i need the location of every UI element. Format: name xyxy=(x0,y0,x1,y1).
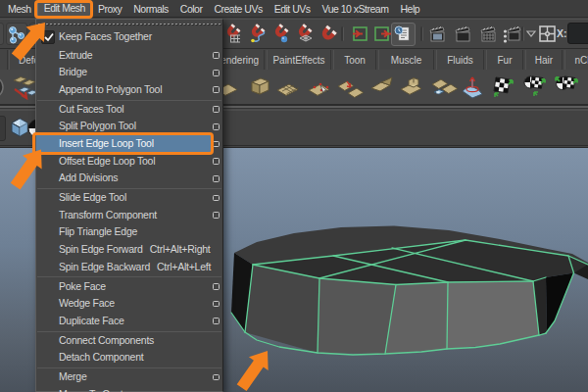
menu-item-label: Flip Triangle Edge xyxy=(59,225,137,237)
menu-item-slide-edge-tool[interactable]: Slide Edge Tool xyxy=(36,189,222,207)
goal-flag-icon[interactable] xyxy=(492,73,519,102)
snap-curve-icon[interactable] xyxy=(247,24,268,44)
menu-item-label: Split Polygon Tool xyxy=(59,120,136,131)
option-box[interactable] xyxy=(213,52,220,59)
make-live-icon[interactable] xyxy=(318,24,338,44)
coord-x-input[interactable] xyxy=(567,23,588,44)
poly-cube-icon[interactable] xyxy=(245,73,272,102)
menu-item-spin-edge-forward[interactable]: Spin Edge ForwardCtrl+Alt+Right xyxy=(36,241,222,259)
poly-extrude-icon[interactable] xyxy=(399,73,426,102)
checkmark-icon xyxy=(41,30,55,44)
render-wire-icon[interactable] xyxy=(478,24,499,44)
menu-item-wedge-face[interactable]: Wedge Face xyxy=(36,295,222,313)
shelf-tab-fur[interactable]: Fur xyxy=(486,50,523,71)
option-box[interactable] xyxy=(213,158,220,165)
menu-item-poke-face[interactable]: Poke Face xyxy=(36,278,222,296)
menubar-item-color[interactable]: Color xyxy=(174,0,209,18)
status-button-fragment[interactable] xyxy=(0,23,4,45)
menu-item-label: Extrude xyxy=(59,49,92,61)
menu-item-duplicate-face[interactable]: Duplicate Face xyxy=(36,313,222,330)
option-box[interactable] xyxy=(213,70,220,76)
poly-fold-icon[interactable] xyxy=(368,73,396,102)
render-frame-icon[interactable] xyxy=(427,24,448,44)
hierarchy-select-icon xyxy=(7,24,26,44)
poly-vertex-icon[interactable] xyxy=(307,73,334,102)
selection-mask-icon[interactable] xyxy=(537,24,558,44)
shelf-tab-muscle[interactable]: Muscle xyxy=(378,50,434,71)
option-box[interactable] xyxy=(213,106,220,113)
shelf-tab-painteffects[interactable]: PaintEffects xyxy=(267,50,331,71)
menu-item-append-to-polygon-tool[interactable]: Append to Polygon Tool xyxy=(36,81,222,99)
menu-item-flip-triangle-edge[interactable]: Flip Triangle Edge xyxy=(36,223,222,241)
menu-item-bridge[interactable]: Bridge xyxy=(36,64,222,81)
render-dots-icon[interactable] xyxy=(502,24,522,44)
menu-item-label: Transform Component xyxy=(59,209,157,220)
option-box[interactable] xyxy=(213,318,220,324)
option-box[interactable] xyxy=(213,212,220,219)
menu-item-label: Offset Edge Loop Tool xyxy=(59,155,155,167)
shelf-sphere-fragment-icon[interactable] xyxy=(0,73,10,102)
shelf-transfer-icon[interactable] xyxy=(10,73,38,102)
menu-item-label: Cut Faces Tool xyxy=(59,103,123,115)
menubar-item-vue-10-xstream[interactable]: Vue 10 xStream xyxy=(317,0,395,18)
hierarchy-select-button[interactable] xyxy=(6,23,27,45)
menubar-item-mesh[interactable]: Mesh xyxy=(2,0,37,18)
menu-items-list: Keep Faces Together Extrude Bridge Appen… xyxy=(36,27,222,392)
edit-mesh-menu: Keep Faces Together Extrude Bridge Appen… xyxy=(35,19,223,392)
menu-item-label: Spin Edge Backward xyxy=(59,261,150,272)
menubar-item-create-uvs[interactable]: Create UVs xyxy=(208,0,268,18)
option-box[interactable] xyxy=(213,86,220,93)
menu-item-merge[interactable]: Merge xyxy=(36,368,222,386)
menu-item-add-divisions[interactable]: Add Divisions xyxy=(36,170,222,187)
menu-item-label: Wedge Face xyxy=(59,297,115,309)
input-connections-icon[interactable] xyxy=(349,24,369,44)
option-box[interactable] xyxy=(213,283,220,290)
menu-item-label: Keep Faces Together xyxy=(59,30,152,42)
menu-item-label: Duplicate Face xyxy=(59,315,124,326)
option-box[interactable] xyxy=(213,301,220,308)
option-box[interactable] xyxy=(213,123,220,130)
menu-item-label: Bridge xyxy=(59,66,87,77)
panel-button-fragment[interactable] xyxy=(0,116,6,141)
construction-history-button[interactable] xyxy=(391,23,416,46)
snap-plane-icon[interactable] xyxy=(294,24,315,44)
option-box[interactable] xyxy=(213,195,220,202)
menu-item-label: Slide Edge Tool xyxy=(59,191,126,203)
menu-item-merge-to-center[interactable]: Merge To Center xyxy=(36,386,222,392)
statusline-separator xyxy=(420,26,423,41)
poly-subdiv-plane-icon[interactable] xyxy=(275,73,303,102)
edit-mesh-highlight-ring xyxy=(34,0,93,19)
menu-item-connect-components[interactable]: Connect Components xyxy=(36,332,222,350)
shelf-tab-toon[interactable]: Toon xyxy=(333,50,376,71)
menu-item-keep-faces-together[interactable]: Keep Faces Together xyxy=(36,27,222,47)
poly-uv-quads-icon[interactable] xyxy=(430,73,458,102)
menubar-item-proxy[interactable]: Proxy xyxy=(92,0,127,18)
menubar-item-edit-uvs[interactable]: Edit UVs xyxy=(269,0,317,18)
snap-grid-icon[interactable] xyxy=(222,24,243,44)
mask-dropdown-icon[interactable] xyxy=(525,24,537,44)
menu-item-offset-edge-loop-tool[interactable]: Offset Edge Loop Tool xyxy=(36,153,222,171)
menu-item-extrude[interactable]: Extrude xyxy=(36,47,222,65)
menu-item-label: Add Divisions xyxy=(59,172,118,183)
menu-item-label: Poke Face xyxy=(59,280,106,292)
shelf-tab-fluids[interactable]: Fluids xyxy=(436,50,484,71)
menu-item-transform-component[interactable]: Transform Component xyxy=(36,207,222,224)
shelf-tab-hair[interactable]: Hair xyxy=(525,50,563,71)
option-box[interactable] xyxy=(213,374,220,381)
menubar-item-help[interactable]: Help xyxy=(394,0,425,18)
soft-mod-icon[interactable] xyxy=(461,73,488,102)
shelf-tab-fragment[interactable] xyxy=(0,50,8,71)
ipr-render-icon[interactable] xyxy=(453,24,473,44)
goal-flag-ball-icon[interactable] xyxy=(522,73,550,102)
option-box[interactable] xyxy=(213,175,220,182)
goal-flag-ball2-icon[interactable] xyxy=(554,73,581,102)
poly-merge-planes-icon[interactable] xyxy=(337,73,365,102)
menu-item-spin-edge-backward[interactable]: Spin Edge BackwardCtrl+Alt+Left xyxy=(36,259,222,276)
output-connections-icon[interactable] xyxy=(372,24,393,44)
shelf-tab-ncloth[interactable]: nCloth xyxy=(564,50,588,71)
snap-point-icon[interactable] xyxy=(270,24,291,44)
menubar-item-normals[interactable]: Normals xyxy=(127,0,174,18)
menu-item-detach-component[interactable]: Detach Component xyxy=(36,349,222,367)
menu-item-cut-faces-tool[interactable]: Cut Faces Tool xyxy=(36,101,222,119)
option-box[interactable] xyxy=(213,141,220,148)
